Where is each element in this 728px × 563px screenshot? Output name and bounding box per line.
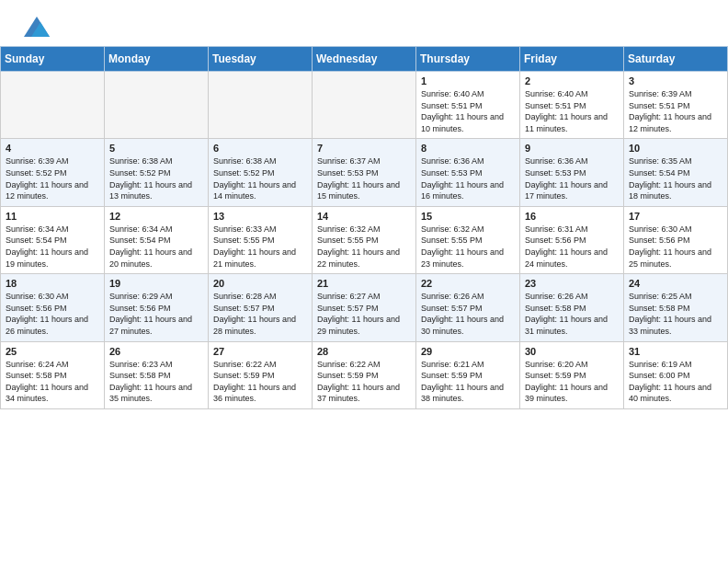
day-info: Sunrise: 6:20 AMSunset: 5:59 PMDaylight:…	[525, 359, 619, 405]
calendar-cell: 13Sunrise: 6:33 AMSunset: 5:55 PMDayligh…	[209, 206, 313, 273]
logo	[22, 17, 50, 37]
day-info: Sunrise: 6:27 AMSunset: 5:57 PMDaylight:…	[317, 291, 411, 337]
calendar-cell: 15Sunrise: 6:32 AMSunset: 5:55 PMDayligh…	[416, 206, 520, 273]
calendar-header-wednesday: Wednesday	[313, 47, 416, 72]
day-info: Sunrise: 6:23 AMSunset: 5:58 PMDaylight:…	[109, 359, 203, 405]
day-info: Sunrise: 6:30 AMSunset: 5:56 PMDaylight:…	[629, 224, 722, 270]
day-number: 7	[317, 143, 411, 154]
day-number: 24	[629, 278, 722, 289]
day-number: 25	[6, 346, 99, 357]
day-number: 31	[629, 346, 722, 357]
calendar-week-row: 1Sunrise: 6:40 AMSunset: 5:51 PMDaylight…	[1, 72, 728, 139]
calendar-cell: 1Sunrise: 6:40 AMSunset: 5:51 PMDaylight…	[416, 72, 520, 139]
day-number: 12	[109, 211, 203, 222]
day-number: 8	[421, 143, 515, 154]
calendar-cell: 7Sunrise: 6:37 AMSunset: 5:53 PMDaylight…	[313, 139, 416, 206]
day-number: 15	[421, 211, 515, 222]
day-info: Sunrise: 6:21 AMSunset: 5:59 PMDaylight:…	[421, 359, 515, 405]
day-number: 20	[213, 278, 307, 289]
day-info: Sunrise: 6:37 AMSunset: 5:53 PMDaylight:…	[317, 155, 411, 201]
calendar-cell: 22Sunrise: 6:26 AMSunset: 5:57 PMDayligh…	[416, 274, 520, 341]
day-info: Sunrise: 6:33 AMSunset: 5:55 PMDaylight:…	[213, 224, 307, 270]
day-number: 18	[6, 278, 99, 289]
calendar-week-row: 18Sunrise: 6:30 AMSunset: 5:56 PMDayligh…	[1, 274, 728, 341]
day-number: 30	[525, 346, 619, 357]
calendar-cell: 6Sunrise: 6:38 AMSunset: 5:52 PMDaylight…	[209, 139, 313, 206]
day-info: Sunrise: 6:32 AMSunset: 5:55 PMDaylight:…	[421, 224, 515, 270]
calendar-cell	[105, 72, 209, 139]
day-info: Sunrise: 6:39 AMSunset: 5:52 PMDaylight:…	[6, 155, 99, 201]
calendar-cell: 20Sunrise: 6:28 AMSunset: 5:57 PMDayligh…	[209, 274, 313, 341]
calendar-header-sunday: Sunday	[1, 47, 105, 72]
calendar-cell: 31Sunrise: 6:19 AMSunset: 6:00 PMDayligh…	[624, 341, 728, 408]
day-info: Sunrise: 6:24 AMSunset: 5:58 PMDaylight:…	[6, 359, 99, 405]
day-info: Sunrise: 6:26 AMSunset: 5:58 PMDaylight:…	[525, 291, 619, 337]
day-info: Sunrise: 6:25 AMSunset: 5:58 PMDaylight:…	[629, 291, 722, 337]
calendar-cell: 8Sunrise: 6:36 AMSunset: 5:53 PMDaylight…	[416, 139, 520, 206]
calendar-cell: 26Sunrise: 6:23 AMSunset: 5:58 PMDayligh…	[105, 341, 209, 408]
calendar-cell: 18Sunrise: 6:30 AMSunset: 5:56 PMDayligh…	[1, 274, 105, 341]
calendar-cell: 25Sunrise: 6:24 AMSunset: 5:58 PMDayligh…	[1, 341, 105, 408]
day-number: 14	[317, 211, 411, 222]
calendar-cell: 27Sunrise: 6:22 AMSunset: 5:59 PMDayligh…	[209, 341, 313, 408]
day-number: 29	[421, 346, 515, 357]
calendar-cell: 29Sunrise: 6:21 AMSunset: 5:59 PMDayligh…	[416, 341, 520, 408]
day-info: Sunrise: 6:38 AMSunset: 5:52 PMDaylight:…	[213, 155, 307, 201]
day-info: Sunrise: 6:34 AMSunset: 5:54 PMDaylight:…	[6, 224, 99, 270]
day-number: 6	[213, 143, 307, 154]
day-info: Sunrise: 6:19 AMSunset: 6:00 PMDaylight:…	[629, 359, 722, 405]
day-info: Sunrise: 6:38 AMSunset: 5:52 PMDaylight:…	[109, 155, 203, 201]
calendar-cell: 14Sunrise: 6:32 AMSunset: 5:55 PMDayligh…	[313, 206, 416, 273]
calendar-cell: 2Sunrise: 6:40 AMSunset: 5:51 PMDaylight…	[520, 72, 624, 139]
calendar-cell: 21Sunrise: 6:27 AMSunset: 5:57 PMDayligh…	[313, 274, 416, 341]
day-number: 19	[109, 278, 203, 289]
calendar-header-saturday: Saturday	[624, 47, 728, 72]
day-number: 23	[525, 278, 619, 289]
calendar-header-friday: Friday	[520, 47, 624, 72]
day-info: Sunrise: 6:32 AMSunset: 5:55 PMDaylight:…	[317, 224, 411, 270]
day-info: Sunrise: 6:30 AMSunset: 5:56 PMDaylight:…	[6, 291, 99, 337]
day-info: Sunrise: 6:39 AMSunset: 5:51 PMDaylight:…	[629, 88, 722, 134]
calendar-cell: 10Sunrise: 6:35 AMSunset: 5:54 PMDayligh…	[624, 139, 728, 206]
day-number: 9	[525, 143, 619, 154]
calendar-cell: 19Sunrise: 6:29 AMSunset: 5:56 PMDayligh…	[105, 274, 209, 341]
calendar-cell: 3Sunrise: 6:39 AMSunset: 5:51 PMDaylight…	[624, 72, 728, 139]
day-info: Sunrise: 6:36 AMSunset: 5:53 PMDaylight:…	[421, 155, 515, 201]
day-info: Sunrise: 6:40 AMSunset: 5:51 PMDaylight:…	[525, 88, 619, 134]
calendar-header-monday: Monday	[105, 47, 209, 72]
day-number: 2	[525, 75, 619, 86]
day-info: Sunrise: 6:31 AMSunset: 5:56 PMDaylight:…	[525, 224, 619, 270]
calendar-cell	[313, 72, 416, 139]
calendar-cell: 16Sunrise: 6:31 AMSunset: 5:56 PMDayligh…	[520, 206, 624, 273]
calendar-cell: 24Sunrise: 6:25 AMSunset: 5:58 PMDayligh…	[624, 274, 728, 341]
calendar-cell: 11Sunrise: 6:34 AMSunset: 5:54 PMDayligh…	[1, 206, 105, 273]
calendar-header-row: SundayMondayTuesdayWednesdayThursdayFrid…	[1, 47, 728, 72]
calendar-cell	[1, 72, 105, 139]
header	[0, 0, 728, 46]
day-number: 26	[109, 346, 203, 357]
calendar-wrapper: SundayMondayTuesdayWednesdayThursdayFrid…	[0, 46, 728, 419]
day-info: Sunrise: 6:26 AMSunset: 5:57 PMDaylight:…	[421, 291, 515, 337]
day-info: Sunrise: 6:22 AMSunset: 5:59 PMDaylight:…	[317, 359, 411, 405]
day-number: 5	[109, 143, 203, 154]
calendar-cell: 28Sunrise: 6:22 AMSunset: 5:59 PMDayligh…	[313, 341, 416, 408]
day-number: 3	[629, 75, 722, 86]
day-number: 11	[6, 211, 99, 222]
day-info: Sunrise: 6:36 AMSunset: 5:53 PMDaylight:…	[525, 155, 619, 201]
calendar-header-tuesday: Tuesday	[209, 47, 313, 72]
page-container: SundayMondayTuesdayWednesdayThursdayFrid…	[0, 0, 728, 419]
day-info: Sunrise: 6:22 AMSunset: 5:59 PMDaylight:…	[213, 359, 307, 405]
day-info: Sunrise: 6:28 AMSunset: 5:57 PMDaylight:…	[213, 291, 307, 337]
day-info: Sunrise: 6:34 AMSunset: 5:54 PMDaylight:…	[109, 224, 203, 270]
calendar-cell: 30Sunrise: 6:20 AMSunset: 5:59 PMDayligh…	[520, 341, 624, 408]
day-number: 28	[317, 346, 411, 357]
day-info: Sunrise: 6:40 AMSunset: 5:51 PMDaylight:…	[421, 88, 515, 134]
day-number: 27	[213, 346, 307, 357]
day-number: 4	[6, 143, 99, 154]
day-number: 22	[421, 278, 515, 289]
day-number: 10	[629, 143, 722, 154]
calendar-cell: 5Sunrise: 6:38 AMSunset: 5:52 PMDaylight…	[105, 139, 209, 206]
day-info: Sunrise: 6:35 AMSunset: 5:54 PMDaylight:…	[629, 155, 722, 201]
calendar-week-row: 4Sunrise: 6:39 AMSunset: 5:52 PMDaylight…	[1, 139, 728, 206]
calendar-cell	[209, 72, 313, 139]
